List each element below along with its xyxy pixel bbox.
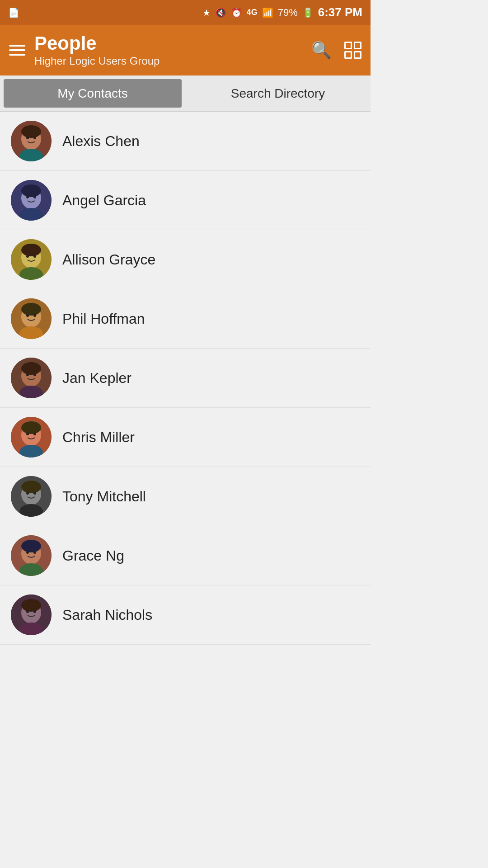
contact-item[interactable]: Grace Ng <box>0 526 371 585</box>
avatar <box>11 594 52 635</box>
avatar <box>11 121 52 161</box>
contact-list: Alexis Chen An <box>0 112 371 645</box>
alarm-icon: ⏰ <box>231 7 242 18</box>
svg-point-21 <box>26 314 29 317</box>
svg-point-16 <box>33 255 36 258</box>
svg-point-3 <box>26 137 29 139</box>
contact-item[interactable]: Chris Miller <box>0 408 371 467</box>
avatar <box>11 417 52 458</box>
contact-name: Tony Mitchell <box>62 488 146 505</box>
app-bar-actions: 🔍 <box>311 41 361 60</box>
status-bar-right: ★ 🔇 ⏰ 4G 📶 79% 🔋 6:37 PM <box>202 5 362 19</box>
search-icon[interactable]: 🔍 <box>311 41 332 60</box>
svg-point-39 <box>26 492 29 495</box>
lte-icon: 4G <box>247 8 258 17</box>
app-subtitle: Higher Logic Users Group <box>34 55 302 67</box>
contact-item[interactable]: Sarah Nichols <box>0 585 371 645</box>
contact-name: Alexis Chen <box>62 133 140 150</box>
contact-name: Grace Ng <box>62 547 124 564</box>
avatar <box>11 476 52 517</box>
app-bar: People Higher Logic Users Group 🔍 <box>0 25 371 75</box>
svg-point-2 <box>21 125 41 138</box>
svg-point-10 <box>33 196 36 198</box>
svg-point-46 <box>33 551 36 554</box>
avatar <box>11 239 52 280</box>
svg-point-4 <box>33 137 36 139</box>
svg-point-22 <box>33 314 36 317</box>
avatar <box>11 358 52 398</box>
contact-item[interactable]: Alexis Chen <box>0 112 371 171</box>
svg-point-26 <box>21 362 41 375</box>
svg-point-52 <box>33 610 36 613</box>
svg-point-45 <box>26 551 29 554</box>
svg-point-44 <box>21 540 41 552</box>
svg-point-50 <box>21 599 41 612</box>
svg-point-51 <box>26 610 29 613</box>
document-icon: 📄 <box>8 7 19 18</box>
contact-name: Phil Hoffman <box>62 311 145 327</box>
battery-icon: 🔋 <box>302 7 314 18</box>
contact-item[interactable]: Jan Kepler <box>0 349 371 408</box>
tab-my-contacts[interactable]: My Contacts <box>4 79 182 108</box>
mute-icon: 🔇 <box>215 7 226 18</box>
grid-view-icon[interactable] <box>344 42 361 59</box>
contact-name: Allison Grayce <box>62 251 155 268</box>
svg-point-14 <box>21 244 41 256</box>
svg-point-38 <box>21 481 41 493</box>
app-title-block: People Higher Logic Users Group <box>34 33 302 67</box>
contact-item[interactable]: Tony Mitchell <box>0 467 371 526</box>
svg-point-8 <box>21 184 41 197</box>
svg-point-33 <box>26 433 29 435</box>
svg-point-15 <box>26 255 29 258</box>
contact-name: Angel Garcia <box>62 192 146 209</box>
svg-point-32 <box>21 421 41 434</box>
status-time: 6:37 PM <box>318 5 362 19</box>
menu-button[interactable] <box>9 45 25 56</box>
svg-point-27 <box>26 373 29 376</box>
battery-level: 79% <box>278 7 298 19</box>
signal-icon: 📶 <box>262 7 273 18</box>
svg-point-28 <box>33 373 36 376</box>
avatar <box>11 535 52 576</box>
svg-point-9 <box>26 196 29 198</box>
contact-name: Jan Kepler <box>62 370 131 387</box>
status-bar: 📄 ★ 🔇 ⏰ 4G 📶 79% 🔋 6:37 PM <box>0 0 371 25</box>
avatar <box>11 180 52 221</box>
svg-point-34 <box>33 433 36 435</box>
contact-name: Chris Miller <box>62 429 135 446</box>
status-bar-left: 📄 <box>8 7 19 18</box>
contact-name: Sarah Nichols <box>62 607 152 623</box>
avatar <box>11 298 52 339</box>
app-title: People <box>34 33 302 54</box>
contact-item[interactable]: Allison Grayce <box>0 230 371 289</box>
tab-search-directory[interactable]: Search Directory <box>189 79 367 108</box>
contact-item[interactable]: Angel Garcia <box>0 171 371 230</box>
svg-point-20 <box>21 303 41 316</box>
contact-item[interactable]: Phil Hoffman <box>0 289 371 349</box>
svg-point-40 <box>33 492 36 495</box>
bluetooth-icon: ★ <box>202 7 211 18</box>
tab-bar: My Contacts Search Directory <box>0 75 371 112</box>
